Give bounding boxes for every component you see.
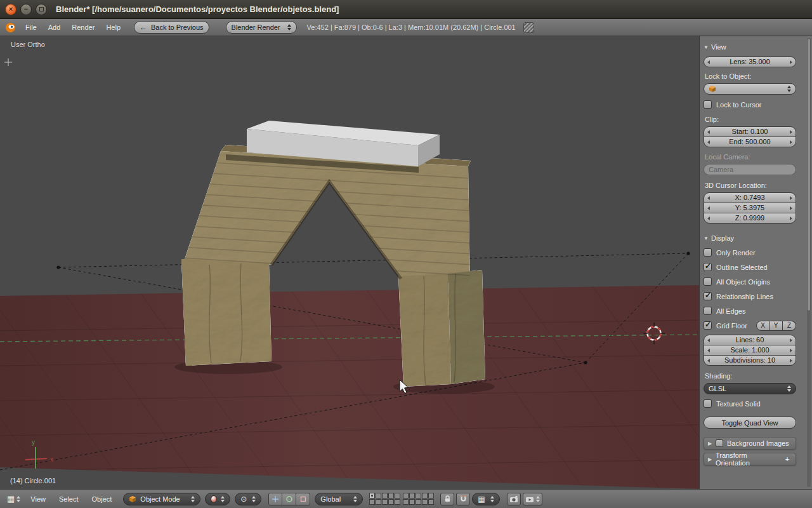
lock-to-scene-button[interactable] [440,493,454,505]
transform-orientation-label: Transform Orientation [716,451,783,467]
grid-lines-value: Lines: 60 [736,336,764,344]
snap-element-select[interactable]: ▦ [472,493,500,505]
mode-select[interactable]: Object Mode [123,493,200,505]
close-button[interactable]: × [5,4,16,15]
lock-to-cursor-checkbox[interactable] [704,100,712,109]
view-menu[interactable]: View [25,495,51,503]
local-camera-select[interactable]: Camera [704,164,796,175]
layer-cell[interactable] [416,499,421,505]
slider-right-arrow-icon[interactable] [790,60,792,64]
layer-cell[interactable] [409,499,415,505]
add-menu[interactable]: Add [43,23,67,31]
slider-left-arrow-icon[interactable] [707,60,710,64]
lock-icon [443,495,452,503]
layer-cell[interactable] [409,493,415,498]
layer-cell[interactable] [376,493,381,498]
layer-cell[interactable] [382,493,388,498]
window-controls: × − [5,4,47,15]
axis-z-toggle[interactable]: Z [783,321,796,331]
layer-cell[interactable] [369,499,375,505]
all-object-origins-checkbox[interactable] [704,277,712,286]
toggle-quad-view-button[interactable]: Toggle Quad View [704,417,796,429]
clip-end-slider[interactable]: End: 500.000 [704,137,796,147]
orientation-select[interactable]: Global [315,493,363,505]
object-menu[interactable]: Object [86,495,118,503]
display-panel-header[interactable]: ▼ Display [704,233,796,243]
axis-x-toggle[interactable]: X [756,321,769,331]
dropdown-arrows-icon [353,496,357,502]
shading-mode-select[interactable]: GLSL [704,383,796,394]
lock-to-cursor-label: Lock to Cursor [716,101,762,109]
cursor-y-field[interactable]: Y: 5.3975 [704,203,796,213]
expand-icon: ▶ [708,457,716,462]
help-menu[interactable]: Help [100,23,126,31]
viewport-shading-select[interactable] [205,493,230,505]
viewport-3d[interactable]: x y User Ortho (14) Circle.001 [0,36,699,489]
rotate-manipulator-button[interactable] [282,493,296,505]
sidebar-scrollbar[interactable] [807,38,811,487]
grid-subdivisions-value: Subdivisions: 10 [724,356,775,364]
outline-selected-checkbox[interactable] [704,263,712,271]
editor-type-button[interactable]: ▦ [4,495,23,503]
opengl-render-button[interactable] [507,493,521,505]
magnet-icon [459,495,468,503]
viewport-scene: x y [0,36,699,489]
collapse-icon: ▼ [704,44,711,50]
dropdown-arrows-icon [191,496,195,502]
cursor-z-field[interactable]: Z: 0.9999 [704,213,796,224]
scrollbar-thumb[interactable] [807,38,811,311]
grid-floor-label: Grid Floor [716,322,747,330]
back-arrow-icon: ← [140,23,147,31]
grid-lines-field[interactable]: Lines: 60 [704,335,796,345]
view-panel-header[interactable]: ▼ View [704,42,796,52]
grid-scale-field[interactable]: Scale: 1.000 [704,345,796,356]
layer-cell[interactable] [422,499,428,505]
layer-cell[interactable] [403,493,409,498]
layer-cell[interactable] [416,493,421,498]
grid-floor-checkbox[interactable] [704,321,712,330]
textured-solid-checkbox[interactable] [704,399,712,408]
relationship-lines-checkbox[interactable] [704,292,712,300]
layer-cell[interactable] [422,493,428,498]
layout-grip-icon[interactable] [523,22,534,33]
scale-manipulator-button[interactable] [296,493,310,505]
translate-manipulator-button[interactable] [268,493,282,505]
layer-cell[interactable] [428,499,434,505]
lens-slider[interactable]: Lens: 35.000 [704,57,796,67]
layer-cell[interactable] [388,493,394,498]
back-to-previous-button[interactable]: ← Back to Previous [134,21,209,34]
background-images-label: Background Images [727,439,789,447]
background-images-panel-header[interactable]: ▶ Background Images [704,437,796,450]
cursor-x-field[interactable]: X: 0.7493 [704,192,796,203]
only-render-checkbox[interactable] [704,248,712,257]
grid-subdivisions-field[interactable]: Subdivisions: 10 [704,355,796,366]
all-edges-checkbox[interactable] [704,307,712,315]
snap-toggle-button[interactable] [456,493,470,505]
layer-cell[interactable] [382,499,388,505]
render-engine-select[interactable]: Blender Render [226,21,297,34]
render-menu[interactable]: Render [66,23,100,31]
lock-object-select[interactable] [704,83,796,95]
layer-cell[interactable] [388,499,394,505]
background-images-checkbox[interactable] [716,439,723,447]
file-menu[interactable]: File [20,23,43,31]
grid-axis-toggles: X Y Z [756,321,796,331]
window-title: Blender* [/home/suanero/Documentos/proye… [56,4,339,14]
transform-orientation-panel-header[interactable]: ▶ Transform Orientation + [704,453,796,465]
select-menu[interactable]: Select [53,495,84,503]
minimize-button[interactable]: − [20,4,32,15]
layer-cell[interactable] [376,499,381,505]
layer-cell[interactable] [395,493,400,498]
layer-cell[interactable] [369,493,375,498]
clip-start-slider[interactable]: Start: 0.100 [704,126,796,137]
maximize-button[interactable] [36,4,47,15]
layer-cell[interactable] [428,493,434,498]
layer-cell[interactable] [395,499,400,505]
camera-icon [509,495,518,503]
add-orientation-button[interactable]: + [783,455,792,463]
layers-widget[interactable] [369,493,434,505]
layer-cell[interactable] [403,499,409,505]
axis-y-toggle[interactable]: Y [769,321,783,331]
pivot-point-select[interactable]: ⊙ [235,493,261,505]
opengl-render-anim-button[interactable] [523,493,542,505]
